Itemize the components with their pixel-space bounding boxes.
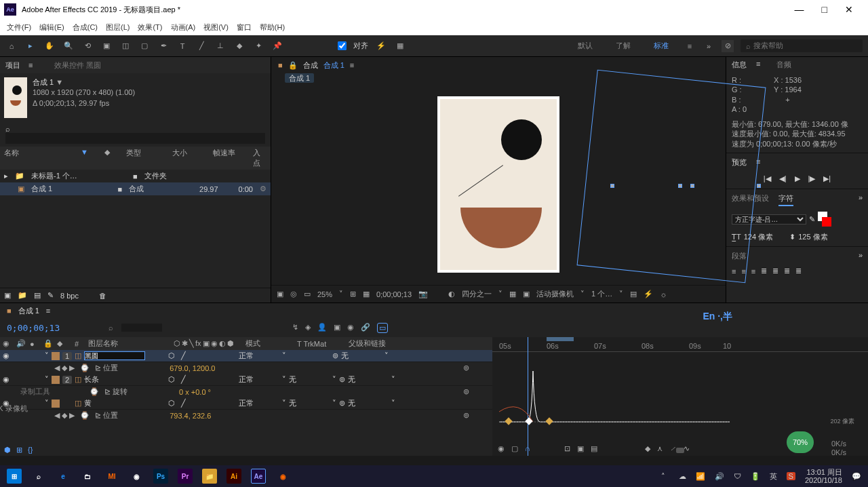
col-trkmat[interactable]: TrkMat (303, 340, 326, 348)
photoshop-icon[interactable]: Ps (153, 469, 168, 484)
camera-select[interactable]: 活动摄像机 (536, 289, 574, 299)
camera-tool-icon[interactable]: ▣ (100, 40, 113, 52)
search-help[interactable]: ⌕ 搜索帮助 (741, 39, 863, 52)
viewer-crumb[interactable]: 合成 1 (323, 60, 344, 71)
next-frame-icon[interactable]: |▶ (808, 174, 816, 183)
col-fps[interactable]: 帧速率 (213, 148, 237, 168)
keyframe-nav-icon[interactable]: ◀ ◆ ▶ (54, 364, 75, 372)
text-tool-icon[interactable]: T (176, 40, 189, 52)
project-row-comp[interactable]: ▣ 合成 1 ■ 合成 29.97 0:00 ⚙ (0, 182, 271, 195)
aftereffects-icon[interactable]: Ae (251, 469, 266, 484)
label-column-icon[interactable]: ◆ (57, 339, 71, 348)
views-select[interactable]: 1 个… (591, 289, 612, 299)
toggle-switches-icon[interactable]: ⬢ (4, 446, 11, 454)
menu-edit[interactable]: 编辑(E) (39, 22, 64, 33)
trkmat-select[interactable]: 无 (289, 374, 330, 385)
alpha-icon[interactable]: ▣ (277, 290, 283, 298)
menu-composition[interactable]: 合成(C) (73, 22, 98, 33)
col-name[interactable]: 名称 (4, 148, 64, 168)
parent-select[interactable]: 无 (348, 374, 389, 385)
tray-ime[interactable]: 英 (770, 471, 777, 482)
interpret-icon[interactable]: ▣ (4, 291, 11, 300)
tray-battery-icon[interactable]: 🔋 (751, 472, 760, 481)
expression-pickwhip-icon[interactable]: ⊚ (463, 411, 490, 420)
timeline-tab[interactable]: 合成 1 (18, 306, 39, 316)
comp-dropdown-icon[interactable]: ▼ (56, 78, 63, 86)
toggle-brackets-icon[interactable]: {} (28, 446, 33, 454)
justify-right-icon[interactable]: ≣ (784, 267, 790, 275)
trkmat-select[interactable]: 无 (289, 398, 330, 408)
draft3d-icon[interactable]: ◈ (305, 323, 311, 333)
layer-label-icon[interactable] (52, 376, 60, 384)
pixel-aspect-icon[interactable]: ▤ (630, 290, 637, 298)
tab-character[interactable]: 字符 (778, 193, 793, 206)
transform-handle[interactable] (757, 184, 761, 188)
tab-effect-controls[interactable]: 效果控件 黑圆 (54, 60, 101, 71)
layer-row-1[interactable]: ◉ ˅ 1 ◫ ⬡ ╱ 正常˅ ⊚ 无˅ (0, 350, 492, 362)
menu-help[interactable]: 帮助(H) (260, 22, 285, 33)
blend-mode[interactable]: 正常 (239, 398, 279, 408)
brainstorm-icon[interactable]: 🔗 (361, 323, 370, 333)
prop-value[interactable]: 793.4, 232.6 (170, 412, 211, 420)
time-ruler[interactable]: 05s 06s 07s 08s 09s 10 (492, 337, 868, 352)
notifications-icon[interactable]: 💬 (852, 472, 861, 481)
motion-blur-toggle-icon[interactable]: ◉ (347, 323, 354, 333)
puppet-tool-icon[interactable]: 📌 (271, 40, 283, 52)
expression-pickwhip-icon[interactable]: ⊚ (463, 364, 490, 372)
comp-thumbnail[interactable] (4, 77, 27, 118)
clock-time[interactable]: 13:01 周日 (805, 468, 842, 476)
expand-icon[interactable]: ˅ (45, 399, 49, 408)
anchor-point-icon[interactable] (690, 184, 694, 188)
eye-column-icon[interactable]: ◉ (3, 339, 12, 348)
current-timecode[interactable]: 0;00;00;13 (7, 323, 60, 333)
tray-sogou-icon[interactable]: S (787, 472, 795, 480)
snap-grid-icon[interactable]: ▦ (394, 40, 406, 52)
expression-pickwhip-icon[interactable]: ⊚ (463, 387, 490, 396)
tray-up-icon[interactable]: ˄ (661, 472, 665, 480)
tray-shield-icon[interactable]: 🛡 (734, 472, 741, 480)
roto-tool-icon[interactable]: ✦ (252, 40, 264, 52)
viewer-menu-icon[interactable]: ≡ (350, 61, 354, 69)
info-menu-icon[interactable]: ≡ (756, 60, 760, 70)
col-parent[interactable]: 父级和链接 (349, 338, 386, 349)
col-sort-icon[interactable]: ▼ (81, 148, 88, 168)
hand-tool-icon[interactable]: ✋ (43, 40, 56, 52)
pickwhip-icon[interactable]: ⊚ (339, 375, 345, 384)
eyedropper-icon[interactable]: ✎ (809, 215, 815, 224)
edge-icon[interactable]: e (56, 469, 71, 484)
project-row-folder[interactable]: ▸ 📁 未标题-1 个… ■ 文件夹 (0, 170, 271, 182)
blend-mode[interactable]: 正常 (239, 374, 279, 385)
mask-icon[interactable]: ▭ (304, 290, 311, 298)
grid-icon[interactable]: ▦ (363, 290, 370, 298)
shy-toggle-icon[interactable]: 👤 (317, 323, 327, 333)
transform-handle[interactable] (610, 184, 614, 188)
tab-info[interactable]: 信息 (732, 60, 747, 70)
visibility-icon[interactable]: ◉ (3, 351, 11, 360)
lock-column-icon[interactable]: 🔒 (43, 339, 53, 348)
timeline-search-icon[interactable]: ⌕ (108, 324, 113, 332)
expand-icon[interactable]: ▸ (4, 172, 8, 180)
property-rotation[interactable]: 录制工具 ⌚ ⊵ 旋转 0 x +0.0 ° ⊚ (0, 386, 492, 397)
layer-label-icon[interactable] (52, 400, 60, 408)
new-folder-icon[interactable]: 📁 (18, 291, 27, 300)
stopwatch-icon[interactable]: ⌚ (80, 411, 90, 420)
zoom-tool-icon[interactable]: 🔍 (62, 40, 75, 52)
work-area-bar[interactable] (547, 337, 574, 341)
col-label-icon[interactable]: ◆ (104, 148, 110, 168)
folder-icon[interactable]: 📁 (202, 469, 217, 484)
fast-preview-icon[interactable]: ⚡ (644, 290, 653, 298)
stopwatch-icon[interactable]: ⌚ (90, 387, 99, 396)
justify-all-icon[interactable]: ≣ (795, 267, 802, 275)
snap-checkbox[interactable] (338, 41, 347, 50)
recorder-icon[interactable]: ◉ (275, 469, 290, 484)
minimize-button[interactable]: — (795, 4, 804, 15)
region-icon[interactable]: ◎ (290, 290, 297, 298)
project-search-input[interactable] (5, 133, 265, 144)
leading[interactable]: 125 像素 (798, 232, 827, 242)
graph-editor-toggle-icon[interactable]: ▭ (377, 323, 388, 333)
maximize-button[interactable]: □ (822, 4, 827, 15)
layer-label-icon[interactable] (52, 352, 60, 360)
viewer-timecode[interactable]: 0;00;00;13 (376, 290, 412, 298)
zoom-slider-handle[interactable] (676, 448, 684, 453)
canvas[interactable] (271, 83, 726, 285)
